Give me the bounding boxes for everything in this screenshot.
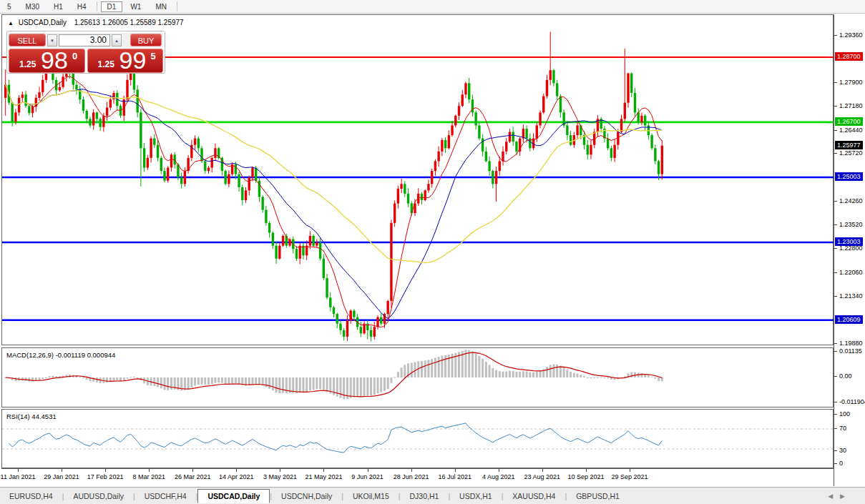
chart-tab-xauusd[interactable]: XAUUSD,H4 xyxy=(503,490,565,503)
timeframe-button-d1[interactable]: D1 xyxy=(101,1,123,12)
rsi-tick-mark xyxy=(834,428,837,429)
date-tick-mark xyxy=(149,469,150,472)
level-price-badge: 1.25003 xyxy=(835,172,863,181)
date-axis[interactable]: 11 Jan 202129 Jan 202117 Feb 20218 Mar 2… xyxy=(1,468,865,487)
price-tick-mark xyxy=(834,248,837,249)
candles xyxy=(4,32,663,342)
timeframe-button-mn[interactable]: MN xyxy=(149,1,173,12)
price-tick-label: 1.23520 xyxy=(839,221,863,228)
chart-tab-usdcnh[interactable]: USDCNH,Daily xyxy=(272,490,341,503)
price-tick-label: 1.29360 xyxy=(839,31,863,39)
sell-price-big-digits: 98 xyxy=(41,46,68,74)
level-price-badge: 1.26700 xyxy=(835,117,863,126)
chart-ohlc-values: 1.25613 1.26005 1.25589 1.25977 xyxy=(74,19,184,26)
date-label: 9 Jun 2021 xyxy=(351,473,383,480)
date-tick-mark xyxy=(542,469,543,472)
timeframe-button-h4[interactable]: H4 xyxy=(71,1,93,12)
date-label: 14 Apr 2021 xyxy=(219,473,254,480)
buy-button[interactable]: BUY xyxy=(130,34,162,46)
chart-tab-eurusd[interactable]: EURUSD,H4 xyxy=(0,490,62,503)
sell-button[interactable]: SELL xyxy=(9,34,46,46)
price-tick-label: 1.27900 xyxy=(839,79,863,86)
sell-price-panel[interactable]: 1.25 98 0 xyxy=(9,49,85,73)
date-label: 28 Jun 2021 xyxy=(394,473,429,480)
date-tick-mark xyxy=(105,469,106,472)
rsi-axis-label: 100 xyxy=(839,410,850,417)
volume-increase-button[interactable]: ▲ xyxy=(112,34,122,46)
date-label: 29 Jan 2021 xyxy=(44,473,79,480)
price-tick-mark xyxy=(834,82,837,83)
price-tick-mark xyxy=(834,153,837,154)
date-tick-mark xyxy=(280,469,280,472)
sell-price-pip-sup: 0 xyxy=(72,51,77,61)
date-tick-mark xyxy=(236,469,237,472)
toolbar-divider xyxy=(97,1,97,11)
chart-title: ▲ USDCAD,Daily 1.25613 1.26005 1.25589 1… xyxy=(8,19,184,26)
tab-scroll-right-icon[interactable]: ▶ xyxy=(840,493,852,500)
symbol-tabbar: EURUSD,H4|AUDUSD,Daily|USDCHF,H4|USDCAD,… xyxy=(0,487,865,504)
date-label: 16 Jul 2021 xyxy=(438,473,471,480)
macd-panel[interactable]: MACD(12,26,9) -0.001119 0.000944 xyxy=(1,347,834,407)
price-tick-label: 1.25720 xyxy=(839,149,863,157)
timeframe-button-h1[interactable]: H1 xyxy=(47,1,69,12)
date-tick-mark xyxy=(192,469,193,472)
macd-tick-mark xyxy=(834,351,837,352)
date-tick-mark xyxy=(323,469,324,472)
timeframe-button-w1[interactable]: W1 xyxy=(124,1,147,12)
date-label: 29 Sep 2021 xyxy=(611,473,647,480)
chart-tab-gbpusd[interactable]: GBPUSD,H1 xyxy=(567,490,629,503)
date-tick-mark xyxy=(499,469,499,472)
rsi-axis-label: 0 xyxy=(839,460,843,467)
rsi-tick-mark xyxy=(834,463,837,464)
timeframe-toolbar: 5M30H1H4D1W1MN xyxy=(0,0,865,14)
macd-chart xyxy=(2,348,834,408)
volume-input[interactable] xyxy=(59,34,110,46)
current-price-badge: 1.25977 xyxy=(835,141,863,149)
price-tick-mark xyxy=(834,35,837,36)
one-click-trading-widget: SELL ▼ ▲ BUY 1.25 98 0 1.25 99 5 xyxy=(6,31,165,74)
date-label: 23 Aug 2021 xyxy=(524,473,561,480)
price-tick-mark xyxy=(834,224,837,225)
price-tick-label: 1.26440 xyxy=(839,127,863,134)
level-price-badge: 1.23003 xyxy=(835,237,863,246)
rsi-chart xyxy=(2,410,834,469)
price-tick-mark xyxy=(834,130,837,131)
main-chart-panel[interactable]: ▲ USDCAD,Daily 1.25613 1.26005 1.25589 1… xyxy=(1,14,834,345)
tab-scroll-arrows: ◀▶ xyxy=(828,493,852,500)
date-tick-mark xyxy=(586,469,587,472)
sell-price-prefix: 1.25 xyxy=(19,59,36,69)
macd-tick-mark xyxy=(834,376,837,377)
price-tick-label: 1.21340 xyxy=(839,292,863,300)
chart-tab-ukoil[interactable]: UKOil,M15 xyxy=(343,490,399,503)
macd-tick-mark xyxy=(834,402,837,402)
timeframe-button-m30[interactable]: M30 xyxy=(19,1,46,12)
level-price-badge: 1.28700 xyxy=(835,52,863,61)
macd-axis-label: 0.00 xyxy=(839,372,852,380)
chart-symbol-label: USDCAD,Daily xyxy=(19,19,67,26)
date-label: 21 May 2021 xyxy=(305,473,342,480)
chart-tab-dj30[interactable]: DJ30,H1 xyxy=(401,490,449,503)
price-tick-label: 1.27180 xyxy=(839,102,863,109)
price-axis[interactable]: 1.293601.279001.271801.264401.257201.242… xyxy=(834,14,865,486)
volume-decrease-button[interactable]: ▼ xyxy=(47,34,57,46)
date-label: 10 Sep 2021 xyxy=(567,473,604,480)
chart-tab-usdx[interactable]: USDX,H1 xyxy=(450,490,502,503)
rsi-panel[interactable]: RSI(14) 44.4531 xyxy=(1,409,834,468)
chart-tab-audusd[interactable]: AUDUSD,Daily xyxy=(64,490,133,503)
macd-axis-label: 0.01135 xyxy=(839,347,862,355)
rsi-tick-mark xyxy=(834,450,837,451)
date-tick-mark xyxy=(630,469,630,472)
price-tick-label: 1.24260 xyxy=(839,197,863,204)
price-tick-mark xyxy=(834,272,837,273)
price-tick-label: 1.22060 xyxy=(839,269,863,276)
tab-scroll-left-icon[interactable]: ◀ xyxy=(828,493,840,500)
timeframe-button-5[interactable]: 5 xyxy=(1,1,18,12)
buy-price-pip-sup: 5 xyxy=(151,51,156,61)
macd-axis-label: -0.011904 xyxy=(839,398,865,405)
level-price-badge: 1.20609 xyxy=(835,315,863,324)
date-label: 17 Feb 2021 xyxy=(87,473,124,480)
collapse-triangle-icon[interactable]: ▲ xyxy=(8,20,14,26)
chart-tab-usdchf[interactable]: USDCHF,H4 xyxy=(135,490,196,503)
chart-tab-usdcad[interactable]: USDCAD,Daily xyxy=(197,489,270,503)
buy-price-panel[interactable]: 1.25 99 5 xyxy=(87,49,164,73)
